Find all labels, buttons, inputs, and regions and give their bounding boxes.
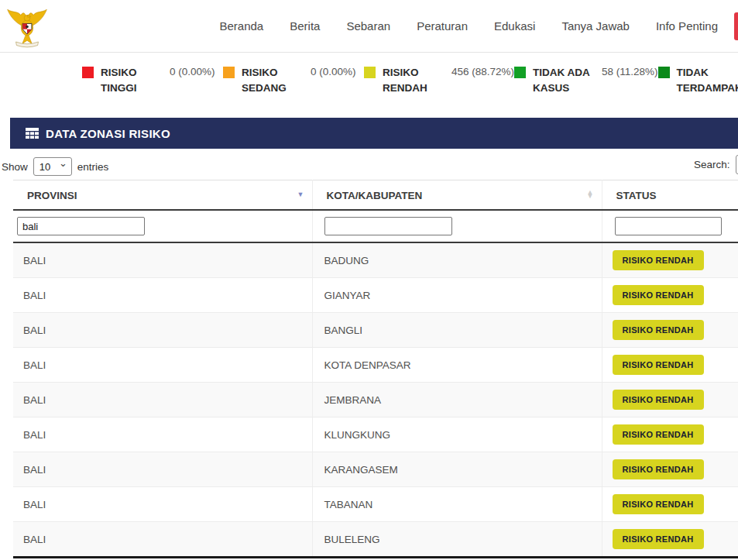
cell-provinsi: BALI xyxy=(13,417,312,452)
cell-provinsi: BALI xyxy=(13,487,312,522)
cell-kota: KOTA DENPASAR xyxy=(312,348,602,383)
page-size-select[interactable]: 10 xyxy=(33,157,72,176)
cell-kota: BANGLI xyxy=(312,313,602,348)
nav-accent-button[interactable] xyxy=(734,12,738,40)
page-length-control: Show 10 entries xyxy=(2,157,108,176)
cell-kota: KLUNGKUNG xyxy=(312,417,602,452)
table-row: BALI KLUNGKUNG RISIKO RENDAH xyxy=(13,417,738,452)
legend-count: 456 (88.72%) xyxy=(451,66,514,77)
header-row: PROVINSI ▼ KOTA/KABUPATEN ▲▼ STATUS xyxy=(13,180,738,211)
entries-label: entries xyxy=(77,161,109,173)
nav-item: Beranda xyxy=(220,19,264,33)
filter-cell-provinsi xyxy=(13,210,312,242)
cell-kota: BULELENG xyxy=(312,522,602,558)
zonasi-table: PROVINSI ▼ KOTA/KABUPATEN ▲▼ STATUS xyxy=(13,180,738,558)
legend-color-swatch xyxy=(658,67,670,78)
nav-link[interactable]: Info Penting xyxy=(656,19,718,33)
top-navbar: Beranda Berita Sebaran Peraturan Edukasi… xyxy=(0,0,738,53)
cell-status: RISIKO RENDAH xyxy=(602,242,738,278)
nav-link[interactable]: Sebaran xyxy=(346,19,390,33)
panel-header: DATA ZONASI RISIKO xyxy=(10,118,738,149)
main-nav: Beranda Berita Sebaran Peraturan Edukasi… xyxy=(220,19,719,33)
filter-cell-status xyxy=(602,210,738,242)
cell-status: RISIKO RENDAH xyxy=(602,522,738,558)
legend-item: RISIKO SEDANG 0 (0.00%) xyxy=(223,65,364,110)
cell-provinsi: BALI xyxy=(13,522,312,558)
table-row: BALI BADUNG RISIKO RENDAH xyxy=(13,242,738,278)
risk-legend: RISIKO TINGGI 0 (0.00%) RISIKO SEDANG 0 … xyxy=(0,53,738,110)
nav-item: Info Penting xyxy=(656,19,718,33)
column-label: PROVINSI xyxy=(27,190,77,201)
legend-item: RISIKO RENDAH 456 (88.72%) xyxy=(364,65,514,110)
cell-provinsi: BALI xyxy=(13,313,312,348)
nav-item: Sebaran xyxy=(346,19,390,33)
search-control: Search: xyxy=(694,155,738,174)
cell-provinsi: BALI xyxy=(13,278,312,313)
table-row: BALI KARANGASEM RISIKO RENDAH xyxy=(13,452,738,487)
cell-kota: GIANYAR xyxy=(312,278,602,313)
legend-color-swatch xyxy=(82,67,94,78)
table-row: BALI BANGLI RISIKO RENDAH xyxy=(13,313,738,348)
search-input[interactable] xyxy=(736,155,738,174)
status-badge: RISIKO RENDAH xyxy=(613,250,704,270)
legend-color-swatch xyxy=(223,67,235,78)
nav-item: Tanya Jawab xyxy=(561,19,630,33)
table-row: BALI GIANYAR RISIKO RENDAH xyxy=(13,278,738,313)
table-grid-icon xyxy=(26,128,39,139)
legend-item: RISIKO TINGGI 0 (0.00%) xyxy=(82,65,223,110)
cell-status: RISIKO RENDAH xyxy=(602,313,738,348)
filter-input-kota[interactable] xyxy=(324,217,452,235)
status-badge: RISIKO RENDAH xyxy=(613,529,704,549)
legend-label: RISIKO TINGGI xyxy=(101,65,163,97)
table-row: BALI BULELENG RISIKO RENDAH xyxy=(13,522,738,558)
column-label: KOTA/KABUPATEN xyxy=(327,190,423,201)
legend-item: TIDAK ADA KASUS 58 (11.28%) xyxy=(514,65,658,110)
nav-item: Berita xyxy=(290,19,320,33)
legend-label: TIDAK ADA KASUS xyxy=(533,65,595,97)
cell-kota: BADUNG xyxy=(312,242,602,278)
cell-status: RISIKO RENDAH xyxy=(602,383,738,417)
table-row: BALI JEMBRANA RISIKO RENDAH xyxy=(13,383,738,417)
filter-input-provinsi[interactable] xyxy=(17,217,145,235)
cell-status: RISIKO RENDAH xyxy=(602,348,738,383)
cell-provinsi: BALI xyxy=(13,452,312,487)
nav-link[interactable]: Peraturan xyxy=(417,19,468,33)
filter-cell-kota xyxy=(312,210,602,242)
column-header-provinsi[interactable]: PROVINSI ▼ xyxy=(13,180,312,211)
table-row: BALI KOTA DENPASAR RISIKO RENDAH xyxy=(13,348,738,383)
legend-label: RISIKO SEDANG xyxy=(242,65,304,97)
table-row: BALI TABANAN RISIKO RENDAH xyxy=(13,487,738,522)
filter-row xyxy=(13,210,738,242)
cell-status: RISIKO RENDAH xyxy=(602,487,738,522)
cell-provinsi: BALI xyxy=(13,242,312,278)
cell-provinsi: BALI xyxy=(13,383,312,417)
status-badge: RISIKO RENDAH xyxy=(613,355,704,375)
nav-item: Edukasi xyxy=(494,19,535,33)
column-header-kota[interactable]: KOTA/KABUPATEN ▲▼ xyxy=(312,180,602,211)
nav-link[interactable]: Beranda xyxy=(220,19,264,33)
panel-title: DATA ZONASI RISIKO xyxy=(46,127,170,140)
legend-count: 0 (0.00%) xyxy=(170,66,215,77)
legend-item: TIDAK TERDAMPAK 0 (0.00%) xyxy=(658,65,738,110)
nav-link[interactable]: Edukasi xyxy=(494,19,535,33)
status-badge: RISIKO RENDAH xyxy=(613,320,704,340)
cell-status: RISIKO RENDAH xyxy=(602,417,738,452)
legend-count: 58 (11.28%) xyxy=(602,66,658,77)
cell-provinsi: BALI xyxy=(13,348,312,383)
nav-link[interactable]: Berita xyxy=(290,19,320,33)
status-badge: RISIKO RENDAH xyxy=(613,424,704,445)
status-badge: RISIKO RENDAH xyxy=(613,494,704,514)
legend-color-swatch xyxy=(364,67,376,78)
legend-count: 0 (0.00%) xyxy=(311,66,356,77)
table-controls: Show 10 entries Search: xyxy=(0,149,738,180)
cell-status: RISIKO RENDAH xyxy=(602,452,738,487)
column-label: STATUS xyxy=(616,190,657,201)
search-label: Search: xyxy=(694,159,730,170)
legend-label: TIDAK TERDAMPAK xyxy=(677,65,738,97)
legend-color-swatch xyxy=(514,67,526,78)
column-header-status[interactable]: STATUS xyxy=(602,180,738,211)
status-badge: RISIKO RENDAH xyxy=(613,459,704,479)
nav-link[interactable]: Tanya Jawab xyxy=(561,19,630,33)
filter-input-status[interactable] xyxy=(615,217,722,235)
sort-desc-icon: ▼ xyxy=(297,193,304,198)
